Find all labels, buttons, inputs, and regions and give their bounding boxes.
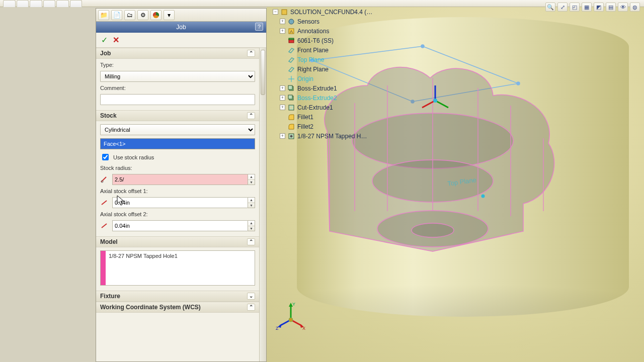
axial-offset2-input[interactable] [112,220,248,231]
axial-offset2-label: Axial stock offset 2: [100,211,255,217]
use-stock-radius-checkbox[interactable]: Use stock radius [100,152,255,162]
panel-scrollbar[interactable] [259,48,266,361]
property-panel: 📁 📄 🗂 ⚙ ▾ Job ? ✓ ✕ Job ⌃ Ty [96,8,267,362]
spinner-buttons[interactable]: ▲▼ [248,197,255,208]
axial-offset1-label: Axial stock offset 1: [100,188,255,194]
svg-text:X: X [302,326,305,331]
menu-tab[interactable] [43,0,56,7]
dim-xpert-icon[interactable]: ⚙ [137,10,148,20]
expand-icon[interactable]: + [280,105,285,110]
axial-offset1-input[interactable] [112,197,248,208]
stock-radius-input[interactable] [112,174,248,185]
extrude-icon [287,94,295,102]
tree-item[interactable]: Front Plane [271,45,502,55]
comment-input[interactable] [100,94,255,105]
tree-item-label: Annotations [297,28,329,35]
fillet-icon [287,123,295,131]
type-label: Type: [100,62,255,68]
scrollbar-thumb[interactable] [261,50,265,95]
axial-offset-icon [100,222,109,230]
config-manager-icon[interactable]: 🗂 [124,10,135,20]
tree-item[interactable]: 6061-T6 (SS) [271,36,502,45]
tree-item-label: Sensors [297,18,319,25]
svg-rect-34 [288,95,292,99]
appearance-icon[interactable]: ◍ [630,3,640,12]
section-header-model[interactable]: Model ⌃ [96,236,259,247]
tree-item[interactable]: Origin [271,74,502,83]
tree-item-label: Boss-Extrude2 [297,95,337,102]
view-orient-icon[interactable]: ◩ [594,3,604,12]
material-icon [287,37,295,45]
list-item[interactable]: 1/8-27 NPSM Tapped Hole1 [109,253,252,259]
tree-root[interactable]: − SOLUTION_CNCFUND4.4 (… [271,7,502,17]
chevron-up-icon[interactable]: ⌃ [247,50,255,57]
tree-item[interactable]: +Boss-Extrude2 [271,93,502,103]
filter-icon[interactable]: ▾ [164,10,175,20]
origin-icon [287,75,295,83]
tree-item-label: Front Plane [297,47,329,54]
chevron-up-icon[interactable]: ⌃ [247,304,255,311]
panel-title: Job [176,24,186,31]
tree-item[interactable]: Fillet1 [271,112,502,122]
expand-icon[interactable]: − [273,9,278,15]
menu-tab[interactable] [17,0,29,7]
zoom-area-icon[interactable]: ◰ [570,3,580,12]
job-type-select[interactable]: Milling [100,71,255,82]
svg-point-38 [290,135,293,137]
ok-button[interactable]: ✓ [101,35,108,45]
tree-item[interactable]: Right Plane [271,64,502,74]
tree-item[interactable]: +Sensors [271,17,502,26]
expand-icon[interactable]: + [280,85,285,91]
spinner-buttons[interactable]: ▲▼ [248,174,255,185]
svg-point-4 [517,82,520,85]
tree-item[interactable]: +AAnnotations [271,26,502,36]
tree-item-label: Right Plane [297,66,329,73]
tree-item[interactable]: +Cut-Extrude1 [271,103,502,112]
zoom-fit-icon[interactable]: ⤢ [557,3,568,12]
menu-tab[interactable] [3,0,16,7]
hole-icon [287,132,295,140]
appearance-pie-icon[interactable] [150,10,162,20]
part-icon [280,8,288,16]
zoom-in-icon[interactable]: 🔍 [545,3,555,12]
section-header-job[interactable]: Job ⌃ [96,48,259,59]
model-selection-list[interactable]: 1/8-27 NPSM Tapped Hole1 [100,250,255,286]
section-header-wcs[interactable]: Working Coordinate System (WCS) ⌃ [96,302,259,313]
display-style-icon[interactable]: ▤ [606,3,616,12]
menu-tab[interactable] [56,0,69,7]
plane-icon [287,56,295,64]
feature-tree[interactable]: − SOLUTION_CNCFUND4.4 (… +Sensors+AAnnot… [271,7,502,141]
expand-icon[interactable]: + [280,28,285,34]
svg-rect-28 [289,38,294,40]
cancel-button[interactable]: ✕ [113,35,119,45]
chevron-up-icon[interactable]: ⌃ [247,112,255,119]
tree-item[interactable]: Top Plane [271,55,502,64]
menu-tab[interactable] [30,0,42,7]
tree-item-label: 1/8-27 NPSM Tapped H… [297,133,367,140]
section-icon[interactable]: ▦ [582,3,592,12]
expand-icon[interactable]: + [280,19,285,24]
stock-shape-select[interactable]: Cylindrical [100,124,255,135]
orientation-triad[interactable]: Y X Z [276,302,306,332]
annotations-icon: A [287,27,295,35]
tree-item-label: Fillet1 [297,114,313,121]
chevron-up-icon[interactable]: ⌃ [247,238,255,245]
hide-show-icon[interactable]: 👁 [618,3,628,12]
property-manager-icon[interactable]: 📄 [111,10,122,20]
tree-item[interactable]: +1/8-27 NPSM Tapped H… [271,131,502,141]
section-header-stock[interactable]: Stock ⌃ [96,110,259,121]
tree-item[interactable]: +Boss-Extrude1 [271,83,502,93]
svg-point-22 [481,195,485,198]
tree-item[interactable]: Fillet2 [271,122,502,131]
tree-item-label: Origin [297,75,313,82]
cut-icon [287,104,295,112]
expand-icon[interactable]: + [280,95,285,101]
expand-icon[interactable]: + [280,133,285,139]
help-button[interactable]: ? [255,23,263,31]
section-header-fixture[interactable]: Fixture ⌄ [96,291,259,302]
menu-tab[interactable] [70,0,83,7]
chevron-down-icon[interactable]: ⌄ [247,293,255,300]
feature-manager-icon[interactable]: 📁 [98,10,109,20]
spinner-buttons[interactable]: ▲▼ [248,220,255,231]
stock-face-selection[interactable]: Face<1> [100,138,255,149]
